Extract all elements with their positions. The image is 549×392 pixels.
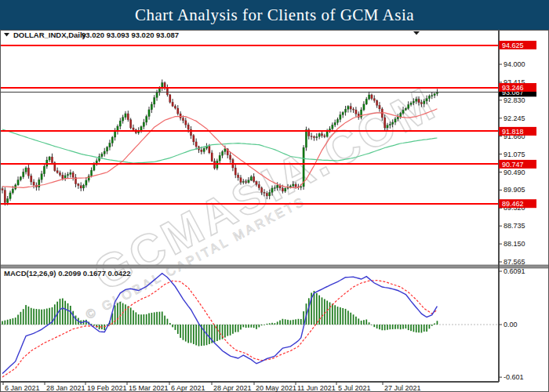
macd-histogram-bar bbox=[324, 299, 325, 325]
candle-body bbox=[410, 103, 412, 104]
candle-body bbox=[133, 128, 134, 130]
candle-body bbox=[334, 122, 336, 125]
candle-body bbox=[185, 121, 187, 125]
macd-histogram-bar bbox=[387, 325, 388, 330]
price-tick-label: 94.000 bbox=[504, 60, 525, 68]
candle-body bbox=[408, 105, 409, 109]
candle-body bbox=[38, 180, 40, 187]
candle-body bbox=[114, 131, 115, 137]
macd-histogram-bar bbox=[169, 323, 171, 325]
macd-histogram-bar bbox=[413, 325, 415, 332]
macd-histogram-bar bbox=[232, 325, 234, 334]
macd-histogram-bar bbox=[298, 319, 300, 325]
macd-histogram-bar bbox=[133, 310, 134, 325]
candle-body bbox=[127, 114, 129, 120]
macd-histogram-bar bbox=[104, 325, 105, 330]
macd-histogram-bar bbox=[337, 307, 339, 325]
candle-body bbox=[332, 125, 333, 129]
macd-histogram-bar bbox=[266, 324, 267, 325]
price-tick-label: 88.735 bbox=[504, 222, 525, 230]
macd-histogram-bar bbox=[93, 325, 95, 325]
candle-body bbox=[271, 188, 273, 192]
macd-histogram-bar bbox=[384, 325, 386, 330]
candle-body bbox=[56, 171, 58, 173]
price-badge-label: 93.246 bbox=[502, 84, 524, 92]
macd-histogram-bar bbox=[402, 325, 404, 329]
macd-histogram-bar bbox=[15, 318, 16, 325]
candle-body bbox=[282, 188, 283, 191]
candle-body bbox=[405, 108, 406, 110]
date-tick-label: 28 Apr 2021 bbox=[213, 384, 252, 392]
candle-body bbox=[211, 153, 213, 162]
candle-body bbox=[305, 129, 307, 147]
macd-histogram-bar bbox=[216, 325, 218, 341]
candle-body bbox=[151, 104, 152, 110]
price-tick-label: 88.150 bbox=[504, 240, 525, 248]
macd-histogram-bar bbox=[314, 291, 315, 325]
date-tick-label: 28 Jan 2021 bbox=[46, 384, 85, 392]
candle-body bbox=[140, 127, 142, 131]
candle-body bbox=[80, 186, 82, 188]
macd-histogram-bar bbox=[64, 301, 66, 325]
macd-histogram-bar bbox=[138, 314, 140, 325]
symbol-period-label: DOLLAR_INDX,Daily bbox=[13, 31, 87, 39]
candle-body bbox=[2, 189, 3, 191]
macd-histogram-bar bbox=[135, 312, 136, 325]
candle-body bbox=[326, 132, 328, 136]
candle-body bbox=[104, 151, 105, 154]
candle-body bbox=[101, 154, 103, 156]
candle-body bbox=[195, 142, 197, 147]
macd-histogram-bar bbox=[122, 303, 124, 325]
candle-body bbox=[169, 95, 171, 102]
macd-histogram-bar bbox=[426, 325, 427, 332]
macd-histogram-bar bbox=[353, 314, 354, 325]
candle-body bbox=[154, 97, 155, 103]
pane-separator bbox=[0, 265, 549, 268]
candle-body bbox=[193, 136, 195, 142]
macd-histogram-bar bbox=[230, 325, 231, 336]
candle-body bbox=[109, 143, 111, 147]
macd-histogram-bar bbox=[242, 325, 244, 327]
price-tick-label: 89.905 bbox=[504, 186, 525, 194]
macd-histogram-bar bbox=[67, 303, 69, 325]
candle-body bbox=[342, 112, 344, 114]
candle-body bbox=[106, 147, 107, 151]
macd-histogram-bar bbox=[127, 306, 129, 325]
macd-histogram-bar bbox=[193, 325, 195, 344]
macd-histogram-bar bbox=[282, 319, 284, 325]
candle-body bbox=[122, 118, 123, 121]
candle-body bbox=[240, 178, 242, 183]
macd-histogram-bar bbox=[290, 320, 292, 325]
macd-histogram-bar bbox=[358, 318, 359, 325]
candle-body bbox=[62, 175, 64, 178]
candle-body bbox=[98, 157, 100, 161]
candle-body bbox=[12, 189, 13, 193]
macd-histogram-bar bbox=[295, 319, 296, 325]
candle-body bbox=[221, 151, 223, 155]
macd-histogram-bar bbox=[219, 325, 220, 340]
macd-histogram-bar bbox=[363, 320, 365, 325]
macd-histogram-bar bbox=[54, 304, 56, 325]
macd-histogram-bar bbox=[191, 325, 192, 343]
macd-histogram-bar bbox=[187, 325, 189, 343]
macd-histogram-bar bbox=[308, 298, 310, 325]
macd-histogram-bar bbox=[253, 325, 255, 328]
candle-body bbox=[391, 122, 393, 124]
macd-tick-label: -0.601 bbox=[504, 373, 524, 381]
macd-histogram-bar bbox=[392, 325, 394, 329]
macd-histogram-bar bbox=[416, 325, 417, 332]
candle-body bbox=[148, 110, 150, 117]
macd-histogram-bar bbox=[326, 301, 328, 325]
date-tick-label: 20 May 2021 bbox=[256, 384, 296, 392]
price-tick-label: 92.245 bbox=[504, 114, 525, 122]
candle-body bbox=[25, 168, 27, 172]
macd-histogram-bar bbox=[347, 310, 349, 325]
macd-histogram-bar bbox=[60, 299, 61, 325]
macd-histogram-bar bbox=[151, 313, 153, 325]
candle-body bbox=[85, 180, 87, 185]
macd-histogram-bar bbox=[148, 313, 150, 325]
date-tick-label: 15 Mar 2021 bbox=[129, 384, 169, 392]
candle-body bbox=[201, 150, 202, 151]
candle-body bbox=[365, 99, 367, 104]
price-badge-label: 89.462 bbox=[502, 200, 524, 208]
